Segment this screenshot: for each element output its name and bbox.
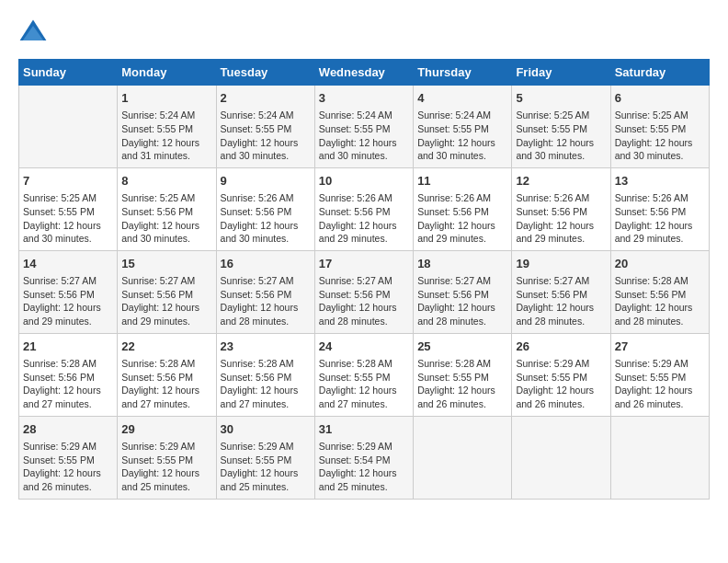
day-info-text: and 28 minutes. (615, 315, 705, 328)
day-info-text: Daylight: 12 hours (121, 136, 211, 150)
day-info-text: Sunrise: 5:29 AM (319, 440, 409, 454)
day-number: 25 (417, 339, 507, 355)
day-info-text: and 27 minutes. (23, 397, 113, 411)
day-info-text: Sunrise: 5:24 AM (417, 109, 507, 122)
header (18, 18, 710, 44)
day-info-text: Daylight: 12 hours (221, 466, 311, 480)
day-info-text: Daylight: 12 hours (121, 219, 211, 233)
day-info-text: and 27 minutes. (121, 397, 211, 411)
day-info-text: Sunrise: 5:24 AM (121, 109, 211, 122)
calendar-cell: 12Sunrise: 5:26 AMSunset: 5:56 PMDayligh… (512, 167, 610, 250)
calendar-cell (414, 416, 512, 499)
day-number: 4 (417, 90, 507, 107)
day-info-text: Sunset: 5:56 PM (319, 288, 409, 302)
day-info-text: Daylight: 12 hours (319, 301, 409, 315)
day-info-text: Daylight: 12 hours (319, 219, 409, 233)
day-number: 15 (121, 256, 211, 272)
calendar-cell: 15Sunrise: 5:27 AMSunset: 5:56 PMDayligh… (118, 250, 216, 333)
calendar-cell: 3Sunrise: 5:24 AMSunset: 5:55 PMDaylight… (314, 86, 413, 168)
day-info-text: Sunset: 5:56 PM (221, 371, 311, 385)
calendar-cell: 14Sunrise: 5:27 AMSunset: 5:56 PMDayligh… (19, 250, 118, 333)
day-info-text: and 25 minutes. (319, 480, 409, 494)
day-info-text: Daylight: 12 hours (221, 301, 311, 315)
day-number: 5 (516, 90, 606, 107)
day-info-text: Daylight: 12 hours (516, 301, 606, 315)
day-info-text: Sunset: 5:55 PM (516, 122, 606, 136)
calendar-table: SundayMondayTuesdayWednesdayThursdayFrid… (18, 59, 710, 500)
day-info-text: Sunset: 5:56 PM (417, 288, 507, 302)
day-number: 28 (23, 421, 113, 438)
day-info-text: and 30 minutes. (319, 149, 409, 163)
day-info-text: Sunset: 5:56 PM (615, 288, 705, 302)
day-info-text: Sunrise: 5:26 AM (615, 191, 705, 205)
day-info-text: Sunrise: 5:24 AM (221, 109, 311, 122)
week-row-1: 1Sunrise: 5:24 AMSunset: 5:55 PMDaylight… (19, 86, 710, 168)
day-header-monday: Monday (118, 60, 216, 86)
day-info-text: Sunset: 5:55 PM (615, 122, 705, 136)
day-info-text: Sunrise: 5:29 AM (516, 357, 606, 371)
day-number: 13 (615, 173, 705, 190)
week-row-4: 21Sunrise: 5:28 AMSunset: 5:56 PMDayligh… (19, 333, 710, 416)
day-info-text: Daylight: 12 hours (516, 384, 606, 397)
day-number: 7 (23, 173, 113, 190)
day-number: 22 (121, 339, 211, 355)
day-info-text: Sunrise: 5:25 AM (23, 191, 113, 205)
day-info-text: Daylight: 12 hours (221, 219, 311, 233)
day-info-text: Daylight: 12 hours (615, 384, 705, 397)
day-info-text: and 25 minutes. (221, 480, 311, 494)
day-number: 18 (417, 256, 507, 272)
day-info-text: and 30 minutes. (121, 232, 211, 246)
day-info-text: and 28 minutes. (417, 315, 507, 328)
day-info-text: Sunset: 5:56 PM (23, 371, 113, 385)
day-info-text: Sunrise: 5:27 AM (221, 274, 311, 288)
day-info-text: Daylight: 12 hours (121, 384, 211, 397)
day-info-text: and 29 minutes. (417, 232, 507, 246)
calendar-cell (19, 86, 118, 168)
day-info-text: Sunrise: 5:27 AM (23, 274, 113, 288)
day-header-sunday: Sunday (19, 60, 118, 86)
day-info-text: Sunset: 5:55 PM (516, 371, 606, 385)
day-info-text: and 26 minutes. (417, 397, 507, 411)
day-info-text: Sunrise: 5:25 AM (121, 191, 211, 205)
calendar-cell: 9Sunrise: 5:26 AMSunset: 5:56 PMDaylight… (216, 167, 314, 250)
day-number: 14 (23, 256, 113, 272)
day-info-text: Sunset: 5:56 PM (417, 205, 507, 219)
day-info-text: and 27 minutes. (221, 397, 311, 411)
day-info-text: and 29 minutes. (121, 315, 211, 328)
logo-icon (18, 18, 48, 44)
calendar-cell: 31Sunrise: 5:29 AMSunset: 5:54 PMDayligh… (314, 416, 413, 499)
day-info-text: and 29 minutes. (319, 232, 409, 246)
day-info-text: Sunset: 5:56 PM (221, 205, 311, 219)
day-number: 27 (615, 339, 705, 355)
calendar-cell: 17Sunrise: 5:27 AMSunset: 5:56 PMDayligh… (314, 250, 413, 333)
day-number: 31 (319, 421, 409, 438)
calendar-cell: 30Sunrise: 5:29 AMSunset: 5:55 PMDayligh… (216, 416, 314, 499)
day-info-text: and 29 minutes. (615, 232, 705, 246)
day-number: 1 (121, 90, 211, 107)
day-info-text: and 26 minutes. (23, 480, 113, 494)
day-info-text: Sunset: 5:55 PM (221, 454, 311, 467)
day-info-text: Sunrise: 5:28 AM (615, 274, 705, 288)
day-info-text: and 27 minutes. (319, 397, 409, 411)
day-info-text: Daylight: 12 hours (121, 301, 211, 315)
day-info-text: Daylight: 12 hours (319, 136, 409, 150)
calendar-cell (610, 416, 709, 499)
day-info-text: Daylight: 12 hours (23, 219, 113, 233)
day-info-text: Sunset: 5:55 PM (417, 122, 507, 136)
day-info-text: and 26 minutes. (615, 397, 705, 411)
day-info-text: Sunset: 5:55 PM (615, 371, 705, 385)
day-info-text: and 25 minutes. (121, 480, 211, 494)
day-info-text: Daylight: 12 hours (417, 219, 507, 233)
week-row-3: 14Sunrise: 5:27 AMSunset: 5:56 PMDayligh… (19, 250, 710, 333)
calendar-cell: 29Sunrise: 5:29 AMSunset: 5:55 PMDayligh… (118, 416, 216, 499)
day-info-text: and 28 minutes. (319, 315, 409, 328)
day-info-text: Daylight: 12 hours (221, 136, 311, 150)
day-info-text: Daylight: 12 hours (417, 384, 507, 397)
calendar-cell: 4Sunrise: 5:24 AMSunset: 5:55 PMDaylight… (414, 86, 512, 168)
calendar-cell: 5Sunrise: 5:25 AMSunset: 5:55 PMDaylight… (512, 86, 610, 168)
day-number: 12 (516, 173, 606, 190)
day-info-text: Daylight: 12 hours (23, 384, 113, 397)
day-header-saturday: Saturday (610, 60, 709, 86)
day-info-text: Sunset: 5:55 PM (417, 371, 507, 385)
day-number: 20 (615, 256, 705, 272)
